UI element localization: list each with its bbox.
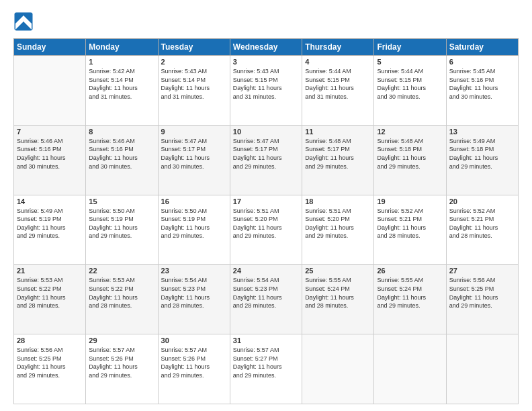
day-number: 31 [233,336,299,345]
calendar-week-row: 28Sunrise: 5:56 AM Sunset: 5:25 PM Dayli… [14,334,519,404]
day-info: Sunrise: 5:55 AM Sunset: 5:24 PM Dayligh… [377,276,443,310]
day-info: Sunrise: 5:44 AM Sunset: 5:15 PM Dayligh… [305,67,371,101]
calendar-cell: 12Sunrise: 5:48 AM Sunset: 5:18 PM Dayli… [374,125,446,195]
day-info: Sunrise: 5:54 AM Sunset: 5:23 PM Dayligh… [161,276,227,310]
calendar-cell [14,56,86,126]
day-info: Sunrise: 5:57 AM Sunset: 5:27 PM Dayligh… [233,346,299,379]
calendar-cell: 25Sunrise: 5:55 AM Sunset: 5:24 PM Dayli… [302,265,374,334]
day-info: Sunrise: 5:53 AM Sunset: 5:22 PM Dayligh… [17,276,83,310]
day-info: Sunrise: 5:45 AM Sunset: 5:16 PM Dayligh… [449,67,515,101]
calendar-cell: 15Sunrise: 5:50 AM Sunset: 5:19 PM Dayli… [86,195,158,265]
calendar-table: SundayMondayTuesdayWednesdayThursdayFrid… [13,38,519,404]
calendar-cell: 19Sunrise: 5:52 AM Sunset: 5:21 PM Dayli… [374,195,446,265]
day-number: 30 [161,336,227,345]
day-number: 8 [89,128,154,136]
page: SundayMondayTuesdayWednesdayThursdayFrid… [0,0,532,411]
calendar-cell: 27Sunrise: 5:56 AM Sunset: 5:25 PM Dayli… [446,265,518,334]
weekday-header: Thursday [302,39,374,56]
day-number: 14 [17,197,83,205]
calendar-cell: 22Sunrise: 5:53 AM Sunset: 5:22 PM Dayli… [86,265,158,334]
day-number: 13 [449,128,515,136]
day-info: Sunrise: 5:46 AM Sunset: 5:16 PM Dayligh… [17,137,83,171]
day-number: 28 [17,336,83,345]
day-info: Sunrise: 5:50 AM Sunset: 5:19 PM Dayligh… [161,207,227,240]
calendar-cell: 20Sunrise: 5:52 AM Sunset: 5:21 PM Dayli… [446,195,518,265]
day-number: 22 [89,267,154,275]
calendar-cell: 5Sunrise: 5:44 AM Sunset: 5:15 PM Daylig… [374,56,446,126]
day-info: Sunrise: 5:44 AM Sunset: 5:15 PM Dayligh… [377,67,443,101]
day-number: 26 [377,267,443,275]
logo-icon [13,11,34,32]
calendar-cell: 1Sunrise: 5:42 AM Sunset: 5:14 PM Daylig… [86,56,158,126]
weekday-header: Sunday [14,39,86,56]
day-info: Sunrise: 5:55 AM Sunset: 5:24 PM Dayligh… [305,276,371,310]
day-number: 21 [17,267,83,275]
header [13,10,519,32]
calendar-cell: 24Sunrise: 5:54 AM Sunset: 5:23 PM Dayli… [230,265,302,334]
day-info: Sunrise: 5:42 AM Sunset: 5:14 PM Dayligh… [89,67,154,101]
day-number: 29 [89,336,154,345]
calendar-cell [302,334,374,404]
day-info: Sunrise: 5:46 AM Sunset: 5:16 PM Dayligh… [89,137,154,171]
day-info: Sunrise: 5:53 AM Sunset: 5:22 PM Dayligh… [89,276,154,310]
day-number: 4 [305,58,371,66]
calendar-cell [446,334,518,404]
calendar-header-row: SundayMondayTuesdayWednesdayThursdayFrid… [14,39,519,56]
day-info: Sunrise: 5:56 AM Sunset: 5:25 PM Dayligh… [17,346,83,379]
day-number: 1 [89,58,154,66]
day-number: 11 [305,128,371,136]
weekday-header: Monday [86,39,158,56]
calendar-week-row: 21Sunrise: 5:53 AM Sunset: 5:22 PM Dayli… [14,265,519,334]
day-number: 17 [233,197,299,205]
day-number: 5 [377,58,443,66]
day-info: Sunrise: 5:51 AM Sunset: 5:20 PM Dayligh… [233,207,299,240]
calendar-cell [374,334,446,404]
day-info: Sunrise: 5:49 AM Sunset: 5:18 PM Dayligh… [449,137,515,171]
calendar-cell: 4Sunrise: 5:44 AM Sunset: 5:15 PM Daylig… [302,56,374,126]
calendar-cell: 2Sunrise: 5:43 AM Sunset: 5:14 PM Daylig… [158,56,230,126]
calendar-cell: 26Sunrise: 5:55 AM Sunset: 5:24 PM Dayli… [374,265,446,334]
day-number: 23 [161,267,227,275]
logo [13,10,37,32]
calendar-cell: 10Sunrise: 5:47 AM Sunset: 5:17 PM Dayli… [230,125,302,195]
day-number: 6 [449,58,515,66]
day-info: Sunrise: 5:52 AM Sunset: 5:21 PM Dayligh… [377,207,443,240]
day-number: 24 [233,267,299,275]
day-number: 20 [449,197,515,205]
day-info: Sunrise: 5:50 AM Sunset: 5:19 PM Dayligh… [89,207,154,240]
day-info: Sunrise: 5:54 AM Sunset: 5:23 PM Dayligh… [233,276,299,310]
day-number: 19 [377,197,443,205]
calendar-cell: 21Sunrise: 5:53 AM Sunset: 5:22 PM Dayli… [14,265,86,334]
calendar-cell: 28Sunrise: 5:56 AM Sunset: 5:25 PM Dayli… [14,334,86,404]
day-number: 10 [233,128,299,136]
day-info: Sunrise: 5:43 AM Sunset: 5:14 PM Dayligh… [161,67,227,101]
calendar-week-row: 14Sunrise: 5:49 AM Sunset: 5:19 PM Dayli… [14,195,519,265]
day-number: 9 [161,128,227,136]
day-info: Sunrise: 5:51 AM Sunset: 5:20 PM Dayligh… [305,207,371,240]
calendar-cell: 13Sunrise: 5:49 AM Sunset: 5:18 PM Dayli… [446,125,518,195]
weekday-header: Wednesday [230,39,302,56]
calendar-cell: 29Sunrise: 5:57 AM Sunset: 5:26 PM Dayli… [86,334,158,404]
calendar-cell: 3Sunrise: 5:43 AM Sunset: 5:15 PM Daylig… [230,56,302,126]
day-number: 2 [161,58,227,66]
calendar-cell: 9Sunrise: 5:47 AM Sunset: 5:17 PM Daylig… [158,125,230,195]
weekday-header: Friday [374,39,446,56]
calendar-cell: 11Sunrise: 5:48 AM Sunset: 5:17 PM Dayli… [302,125,374,195]
calendar-cell: 31Sunrise: 5:57 AM Sunset: 5:27 PM Dayli… [230,334,302,404]
day-number: 18 [305,197,371,205]
day-number: 15 [89,197,154,205]
weekday-header: Saturday [446,39,518,56]
calendar-cell: 30Sunrise: 5:57 AM Sunset: 5:26 PM Dayli… [158,334,230,404]
day-info: Sunrise: 5:47 AM Sunset: 5:17 PM Dayligh… [233,137,299,171]
calendar-cell: 14Sunrise: 5:49 AM Sunset: 5:19 PM Dayli… [14,195,86,265]
day-number: 3 [233,58,299,66]
weekday-header: Tuesday [158,39,230,56]
day-number: 7 [17,128,83,136]
day-info: Sunrise: 5:49 AM Sunset: 5:19 PM Dayligh… [17,207,83,240]
calendar-week-row: 7Sunrise: 5:46 AM Sunset: 5:16 PM Daylig… [14,125,519,195]
day-info: Sunrise: 5:57 AM Sunset: 5:26 PM Dayligh… [161,346,227,379]
day-number: 25 [305,267,371,275]
day-info: Sunrise: 5:43 AM Sunset: 5:15 PM Dayligh… [233,67,299,101]
day-info: Sunrise: 5:52 AM Sunset: 5:21 PM Dayligh… [449,207,515,240]
calendar-week-row: 1Sunrise: 5:42 AM Sunset: 5:14 PM Daylig… [14,56,519,126]
